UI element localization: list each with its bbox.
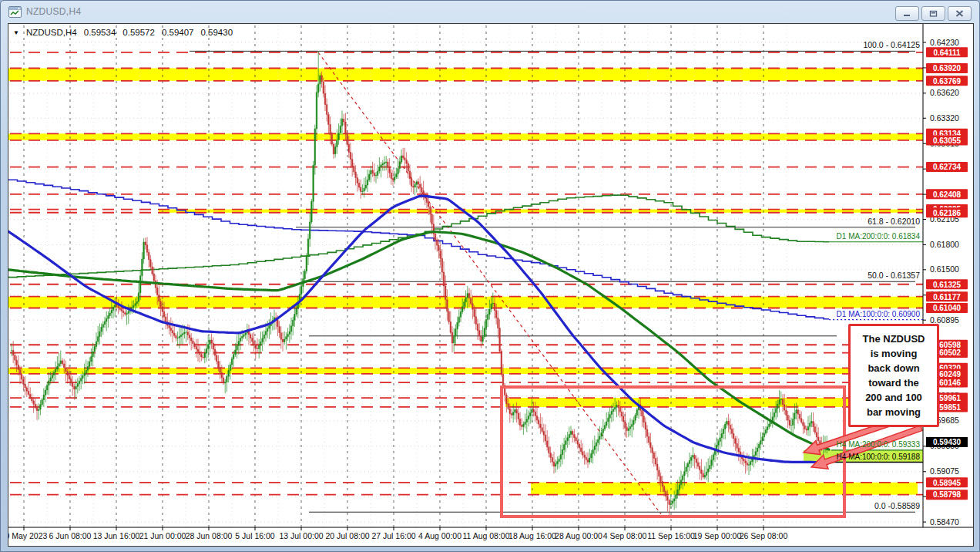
quote-low: 0.59407 [162, 28, 194, 37]
window-titlebar[interactable]: NZDUSD,H4 [1, 1, 979, 23]
time-axis-label[interactable]: 19 Sep 00:00 [693, 531, 742, 540]
fibonacci-label: 61.8 - 0.62010 [868, 217, 920, 226]
price-axis-label: 0.60895 [930, 315, 959, 325]
price-level-badge-text: 0.63769 [933, 77, 962, 86]
terminal-window: NZDUSD,H4 100.0 - 0.6412561.8 - 0.620105… [0, 0, 980, 552]
price-zone [8, 68, 923, 80]
price-axis-label: 0.61800 [930, 240, 959, 249]
price-level-badge-text: 0.58945 [933, 479, 962, 487]
price-axis-label: 0.61500 [930, 264, 959, 274]
price-zone [8, 368, 923, 374]
quote-symbol: NZDUSD,H4 [26, 28, 77, 37]
quote-high: 0.59572 [123, 28, 155, 37]
time-axis-label[interactable]: 11 Aug 08:00 [462, 531, 509, 540]
chart-window-icon [8, 6, 22, 18]
price-level-badge-text: 0.63055 [933, 136, 962, 145]
window-title: NZDUSD,H4 [26, 6, 81, 17]
price-axis-label: 0.63320 [930, 113, 959, 123]
quote-open: 0.59534 [84, 28, 116, 37]
price-level-badge-text: 0.62734 [933, 163, 962, 171]
ma-label-h4-ma-200: H4 MA:200:0:0: 0.59333 [837, 440, 921, 449]
price-level-badge-text: 0.61325 [933, 281, 962, 289]
quote-header: ▼ NZDUSD,H4 0.59534 0.59572 0.59407 0.59… [13, 28, 233, 37]
time-axis-label[interactable]: 4 Sep 08:00 [603, 531, 647, 540]
price-axis-label: 0.58470 [930, 517, 959, 527]
restore-button[interactable] [921, 6, 945, 21]
fibonacci-label: 50.0 - 0.61357 [868, 271, 920, 280]
time-axis-label[interactable]: 18 Aug 16:00 [508, 531, 556, 540]
annotation-text: The NZDUSD is moving back down toward th… [863, 332, 925, 419]
price-axis-label: 0.64230 [930, 38, 959, 47]
time-axis-label[interactable]: 27 Jul 16:00 [371, 531, 415, 540]
ma-label-d1-ma-200: D1 MA:200:0:0: 0.61834 [837, 232, 921, 241]
price-level-badge-text: 0.58798 [933, 490, 962, 499]
chart-canvas[interactable]: 100.0 - 0.6412561.8 - 0.6201050.0 - 0.61… [8, 24, 973, 546]
symbol-expander-icon[interactable]: ▼ [13, 29, 19, 36]
time-axis-label[interactable]: 26 Sep 08:00 [740, 531, 788, 540]
time-axis-label[interactable]: 28 Jun 08:00 [186, 531, 233, 540]
time-axis-label[interactable]: 30 May 2023 [8, 531, 48, 540]
time-axis-label[interactable]: 20 Jul 08:00 [325, 531, 369, 540]
chart-area[interactable]: 100.0 - 0.6412561.8 - 0.6201050.0 - 0.61… [8, 23, 974, 547]
price-level-badge-text: 0.64111 [933, 49, 960, 57]
price-level-badge-text: 0.61040 [933, 304, 962, 312]
time-axis-label[interactable]: 5 Jul 16:00 [235, 531, 275, 540]
time-axis-label[interactable]: 21 Jun 00:00 [139, 531, 186, 540]
price-axis-label: 0.63620 [930, 88, 959, 97]
ma-label-h4-ma-100: H4 MA:100:0:0: 0.59188 [837, 453, 921, 461]
minimize-button[interactable] [895, 6, 919, 21]
annotation-note[interactable]: The NZDUSD is moving back down toward th… [848, 324, 939, 427]
time-axis-label[interactable]: 6 Jun 08:00 [49, 531, 92, 540]
price-level-badge-text: 0.62186 [933, 209, 962, 217]
fibonacci-label: 0.0 -0.58589 [874, 501, 920, 510]
time-axis-label[interactable]: 4 Aug 00:00 [418, 531, 461, 540]
price-zone [8, 133, 923, 140]
fibonacci-label: 100.0 - 0.64125 [863, 40, 920, 49]
quote-close: 0.59430 [200, 28, 233, 37]
close-button[interactable] [948, 6, 972, 21]
time-axis-label[interactable]: 11 Sep 16:00 [647, 531, 695, 540]
time-axis-label[interactable]: 13 Jul 00:00 [279, 531, 323, 540]
current-price-badge-text: 0.59430 [933, 438, 962, 446]
price-zone [531, 483, 918, 495]
price-axis-label: 0.59075 [930, 466, 959, 476]
price-level-badge-text: 0.62408 [933, 190, 962, 199]
time-axis-label[interactable]: 13 Jun 16:00 [93, 531, 140, 540]
price-level-badge-text: 0.63920 [933, 64, 962, 72]
ma-label-d1-ma-100: D1 MA:100:0:0: 0.60900 [837, 310, 921, 318]
price-level-badge-text: 0.61177 [933, 293, 961, 301]
time-axis-label[interactable]: 28 Aug 00:00 [555, 531, 602, 540]
